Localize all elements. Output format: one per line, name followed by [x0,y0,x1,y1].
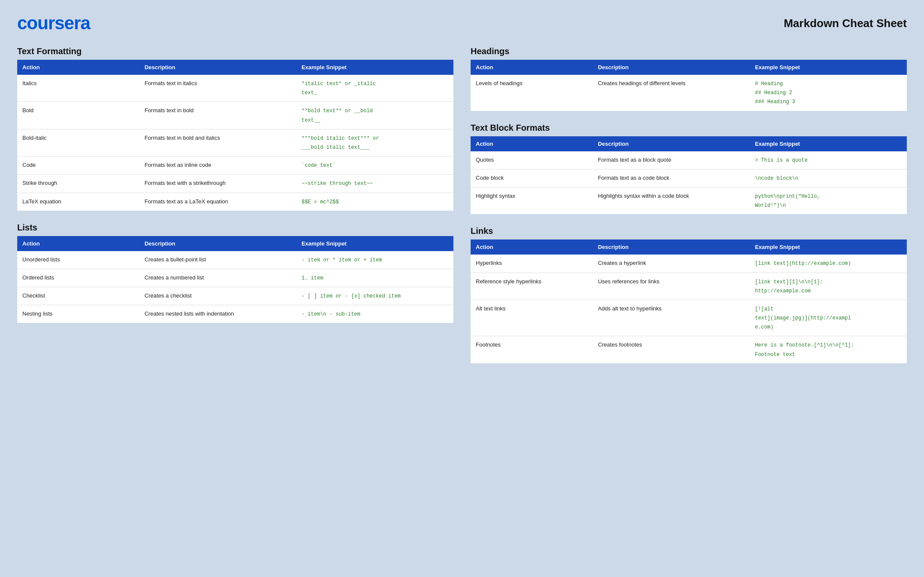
cell-action: Alt text links [471,300,593,336]
tbf-col-action: Action [471,136,593,151]
tf-col-snippet: Example Snippet [296,60,453,75]
tf-col-action: Action [17,60,139,75]
cell-action: Levels of headings [471,75,593,111]
cell-action: Code [17,157,139,175]
cell-action: Code block [471,169,593,187]
table-row: Levels of headings Creates headings of d… [471,75,907,111]
cell-description: Formats text in bold [139,102,296,129]
table-row: Strike through Formats text with a strik… [17,175,453,193]
links-section: Links Action Description Example Snippet… [471,226,907,363]
headings-col-action: Action [471,60,593,75]
cell-snippet: **bold text** or __boldtext__ [296,102,453,129]
cell-action: Highlight syntax [471,187,593,214]
page-title: Markdown Cheat Sheet [784,17,907,30]
cell-snippet: [![alttext](image.jpg)](http://example.c… [750,300,907,336]
cell-description: Highlights syntax within a code block [593,187,750,214]
headings-section: Headings Action Description Example Snip… [471,46,907,111]
coursera-logo: coursera [17,13,90,34]
cell-action: Ordered lists [17,269,139,287]
table-row: LaTeX equation Formats text as a LaTeX e… [17,193,453,211]
text-block-formats-table: Action Description Example Snippet Quote… [471,136,907,215]
text-formatting-header-row: Action Description Example Snippet [17,60,453,75]
table-row: Highlight syntax Highlights syntax withi… [471,187,907,214]
table-row: Bold Formats text in bold **bold text** … [17,102,453,129]
cell-snippet: - [ ] item or - [x] checked item [296,287,453,305]
cell-snippet: 1. item [296,269,453,287]
table-row: Reference style hyperlinks Uses referenc… [471,273,907,300]
text-block-formats-section: Text Block Formats Action Description Ex… [471,123,907,215]
cell-action: Bold-italic [17,129,139,156]
links-col-action: Action [471,239,593,255]
cell-description: Creates a checklist [139,287,296,305]
links-title: Links [471,226,907,236]
cell-action: Hyperlinks [471,255,593,273]
cell-description: Creates a hyperlink [593,255,750,273]
cell-description: Formats text with a strikethrough [139,175,296,193]
headings-table: Action Description Example Snippet Level… [471,60,907,111]
cell-action: Nesting lists [17,305,139,323]
table-row: Quotes Formats text as a block quote > T… [471,151,907,169]
cell-description: Creates a numbered list [139,269,296,287]
table-row: Italics Formats text in italics *italic … [17,75,453,102]
cell-action: Unordered lists [17,251,139,269]
table-row: Alt text links Adds alt text to hyperlin… [471,300,907,336]
tbf-col-description: Description [593,136,750,151]
cell-description: Formats text as a LaTeX equation [139,193,296,211]
cell-description: Formats text in bold and italics [139,129,296,156]
cell-snippet: python\nprint("Hello,World!")\n [750,187,907,214]
links-col-description: Description [593,239,750,255]
cell-snippet: ***bold italic text*** or___bold italic … [296,129,453,156]
tf-col-description: Description [139,60,296,75]
tbf-header-row: Action Description Example Snippet [471,136,907,151]
cell-description: Creates footnotes [593,336,750,363]
cell-description: Formats text in italics [139,75,296,102]
page-header: coursera Markdown Cheat Sheet [17,13,907,34]
main-content: Text Formatting Action Description Examp… [17,46,907,375]
tbf-col-snippet: Example Snippet [750,136,907,151]
table-row: Code Formats text as inline code `code t… [17,157,453,175]
right-column: Headings Action Description Example Snip… [471,46,907,375]
cell-action: Italics [17,75,139,102]
table-row: Code block Formats text as a code block … [471,169,907,187]
lists-col-action: Action [17,236,139,251]
cell-snippet: # Heading## Heading 2### Heading 3 [750,75,907,111]
text-block-formats-title: Text Block Formats [471,123,907,133]
headings-header-row: Action Description Example Snippet [471,60,907,75]
text-formatting-section: Text Formatting Action Description Examp… [17,46,453,211]
cell-action: Quotes [471,151,593,169]
table-row: Footnotes Creates footnotes Here is a fo… [471,336,907,363]
cell-snippet: \ncode block\n [750,169,907,187]
cell-snippet: *italic text* or _italictext_ [296,75,453,102]
cell-snippet: > This is a quote [750,151,907,169]
headings-col-snippet: Example Snippet [750,60,907,75]
cell-description: Adds alt text to hyperlinks [593,300,750,336]
links-table: Action Description Example Snippet Hyper… [471,239,907,363]
lists-table: Action Description Example Snippet Unord… [17,236,453,323]
table-row: Ordered lists Creates a numbered list 1.… [17,269,453,287]
cell-description: Creates headings of different levels [593,75,750,111]
headings-title: Headings [471,46,907,56]
lists-col-snippet: Example Snippet [296,236,453,251]
table-row: Checklist Creates a checklist - [ ] item… [17,287,453,305]
cell-action: Strike through [17,175,139,193]
table-row: Nesting lists Creates nested lists with … [17,305,453,323]
cell-description: Uses references for links [593,273,750,300]
cell-action: Reference style hyperlinks [471,273,593,300]
cell-snippet: [link text](http://example.com) [750,255,907,273]
cell-description: Formats text as inline code [139,157,296,175]
cell-description: Formats text as a block quote [593,151,750,169]
lists-col-description: Description [139,236,296,251]
text-formatting-table: Action Description Example Snippet Itali… [17,60,453,211]
cell-description: Formats text as a code block [593,169,750,187]
cell-description: Creates a bullet-point list [139,251,296,269]
table-row: Hyperlinks Creates a hyperlink [link tex… [471,255,907,273]
table-row: Unordered lists Creates a bullet-point l… [17,251,453,269]
cell-snippet: ~~strike through text~~ [296,175,453,193]
cell-action: Footnotes [471,336,593,363]
text-formatting-title: Text Formatting [17,46,453,56]
headings-col-description: Description [593,60,750,75]
cell-snippet: $$E = mc^2$$ [296,193,453,211]
left-column: Text Formatting Action Description Examp… [17,46,453,375]
cell-action: Checklist [17,287,139,305]
cell-snippet: - item\n - sub-item [296,305,453,323]
